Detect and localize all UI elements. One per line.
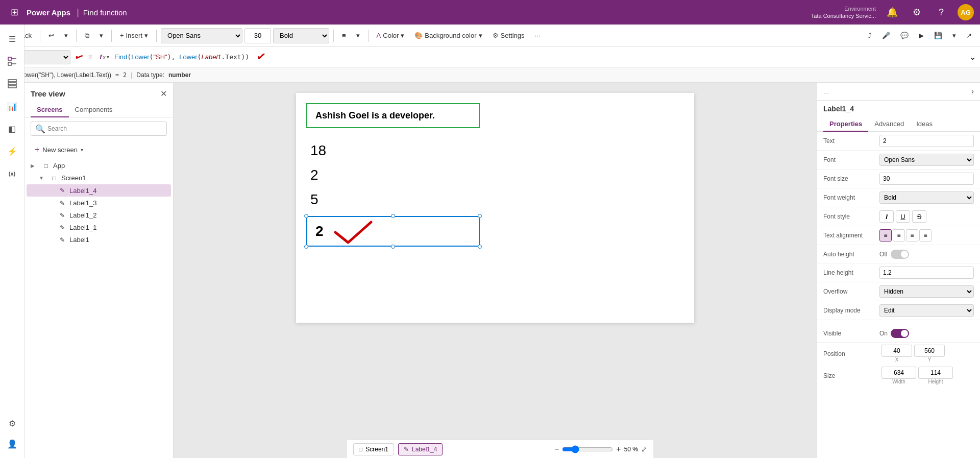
prop-displaymode-label: Display mode — [823, 307, 879, 314]
tree-close-button[interactable]: ✕ — [160, 89, 167, 99]
handle-bl[interactable] — [304, 245, 308, 249]
tree-item-label1-1[interactable]: ✎ Label1_1 — [27, 222, 171, 233]
canvas-area[interactable]: Ashish Goel is a developer. 18 2 5 2 — [174, 83, 817, 458]
fx-button[interactable]: fx ▾ — [97, 53, 111, 61]
align-chevron[interactable]: ▾ — [352, 28, 364, 44]
insert-button[interactable]: + Insert ▾ — [116, 28, 152, 44]
expand-canvas-button[interactable]: ⤢ — [641, 445, 647, 453]
pos-x-label: X — [881, 357, 912, 363]
underline-button[interactable]: U — [896, 210, 910, 223]
save-chevron[interactable]: ▾ — [948, 28, 960, 44]
prop-text-input[interactable] — [879, 135, 974, 147]
align-left-button[interactable]: ≡ — [879, 229, 892, 242]
settings-toolbar-button[interactable]: ⚙ Settings — [488, 28, 529, 44]
prop-textalign-row: Text alignment ≡ ≡ ≡ ≡ — [817, 226, 980, 245]
tree-item-label1-4[interactable]: ✎ Label1_4 ··· — [27, 184, 171, 197]
handle-tr[interactable] — [478, 214, 482, 218]
tree-item-label1-2[interactable]: ✎ Label1_2 — [27, 209, 171, 221]
sidebar-hamburger[interactable]: ☰ — [2, 29, 22, 49]
prop-overflow-row: Overflow Hidden — [817, 282, 980, 301]
fx-x: x — [103, 54, 106, 60]
tree-items: ▶ □ App ▼ □ Screen1 ✎ Label1_4 ··· ✎ La — [24, 159, 173, 458]
prop-fontweight-select[interactable]: Bold — [879, 191, 974, 204]
canvas-selected-label[interactable]: 2 — [306, 216, 480, 247]
help-icon[interactable]: ? — [933, 4, 949, 20]
save-icon[interactable]: 💾 — [930, 28, 946, 44]
copy-chevron[interactable]: ▾ — [95, 28, 107, 44]
fontsize-input[interactable] — [244, 28, 271, 43]
play-icon[interactable]: ▶ — [915, 28, 928, 44]
zoom-in-button[interactable]: + — [616, 445, 621, 454]
pos-y-label: Y — [914, 357, 945, 363]
bottom-bar: □ Screen1 ✎ Label1_4 − + 50 % ⤢ — [347, 440, 653, 458]
fontweight-select[interactable]: Bold — [273, 28, 329, 43]
right-panel-header: ... › — [817, 83, 980, 101]
italic-button[interactable]: I — [879, 210, 894, 223]
notification-icon[interactable]: 🔔 — [884, 4, 900, 20]
size-w-input[interactable] — [881, 367, 916, 379]
settings-icon[interactable]: ⚙ — [909, 4, 925, 20]
sidebar-variable-icon[interactable]: (x) — [2, 163, 22, 184]
publish-icon[interactable]: ⤴ — [864, 28, 876, 44]
tree-item-label1-3[interactable]: ✎ Label1_3 — [27, 197, 171, 209]
formula-expand-icon[interactable]: ⌄ — [969, 52, 976, 62]
prop-overflow-select[interactable]: Hidden — [879, 285, 974, 298]
prop-font-row: Font Open Sans — [817, 151, 980, 170]
handle-br[interactable] — [478, 245, 482, 249]
search-input[interactable] — [47, 125, 162, 132]
sidebar-treeview-icon[interactable] — [2, 51, 22, 71]
visible-toggle[interactable] — [891, 329, 909, 338]
prop-displaymode-select[interactable]: Edit — [879, 304, 974, 317]
size-w-label: Width — [881, 379, 916, 384]
sidebar-settings-icon[interactable]: ⚙ — [2, 413, 22, 433]
share-icon[interactable]: ↗ — [962, 28, 976, 44]
sidebar-components-icon[interactable]: ◧ — [2, 118, 22, 139]
handle-tl[interactable] — [304, 214, 308, 218]
handle-tc[interactable] — [391, 214, 395, 218]
undo-chevron[interactable]: ▾ — [60, 28, 72, 44]
tab-ideas[interactable]: Ideas — [910, 117, 939, 132]
tree-item-label1[interactable]: ✎ Label1 — [27, 234, 171, 246]
align-icon[interactable]: ≡ — [338, 28, 350, 44]
strikethrough-button[interactable]: S — [912, 210, 926, 223]
new-screen-button[interactable]: + New screen ▾ — [31, 142, 167, 157]
autoheight-toggle[interactable] — [891, 250, 909, 259]
color-button[interactable]: A Color ▾ — [373, 28, 409, 44]
size-h-input[interactable] — [918, 367, 953, 379]
avatar[interactable]: AG — [958, 4, 974, 20]
tab-components[interactable]: Components — [69, 103, 119, 117]
tab-screens[interactable]: Screens — [31, 103, 69, 117]
zoom-out-button[interactable]: − — [554, 445, 559, 454]
tree-item-screen1[interactable]: ▼ □ Screen1 — [27, 172, 171, 184]
handle-bc[interactable] — [391, 245, 395, 249]
align-center-button[interactable]: ≡ — [893, 229, 905, 242]
font-select[interactable]: Open Sans — [161, 28, 242, 43]
pos-x-input[interactable] — [881, 345, 912, 357]
screen-tab[interactable]: □ Screen1 — [353, 443, 394, 455]
align-right-button[interactable]: ≡ — [906, 229, 918, 242]
label-tab[interactable]: ✎ Label1_4 — [398, 443, 443, 455]
formula-expression[interactable]: Find(Lower("SH"), Lower(Label1.Text)) — [114, 53, 249, 61]
tab-properties[interactable]: Properties — [823, 117, 868, 132]
sidebar-account-icon[interactable]: 👤 — [2, 433, 22, 454]
prop-lineheight-input[interactable] — [879, 267, 974, 279]
right-panel-expand[interactable]: › — [971, 87, 974, 96]
more-options[interactable]: ··· — [531, 28, 545, 44]
zoom-slider[interactable] — [562, 445, 613, 453]
mic-icon[interactable]: 🎤 — [878, 28, 894, 44]
sidebar-data-icon[interactable] — [2, 74, 22, 94]
pos-y-input[interactable] — [914, 345, 945, 357]
tree-item-app[interactable]: ▶ □ App — [27, 160, 171, 172]
prop-fontsize-input[interactable] — [879, 173, 974, 185]
comment-icon[interactable]: 💬 — [896, 28, 913, 44]
bgcolor-icon: 🎨 — [414, 32, 423, 39]
sidebar-chart-icon[interactable]: 📊 — [2, 96, 22, 116]
undo-button[interactable]: ↩ — [44, 28, 58, 44]
bgcolor-button[interactable]: 🎨 Background color ▾ — [410, 28, 486, 44]
sidebar-plugin-icon[interactable]: ⚡ — [2, 141, 22, 161]
copy-button[interactable]: ⧉ — [81, 28, 93, 44]
prop-font-select[interactable]: Open Sans — [879, 154, 974, 166]
align-justify-button[interactable]: ≡ — [919, 229, 932, 242]
tab-advanced[interactable]: Advanced — [868, 117, 910, 132]
grid-icon[interactable]: ⊞ — [6, 4, 22, 20]
